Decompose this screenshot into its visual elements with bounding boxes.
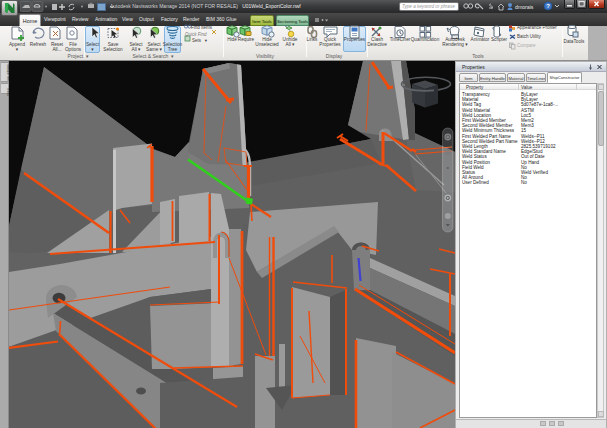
svg-text:?: ? xyxy=(546,3,550,9)
svg-text:Sets: Sets xyxy=(5,88,9,96)
svg-text:Selection Tree: Selection Tree xyxy=(5,64,9,81)
svg-text:dmorais: dmorais xyxy=(515,4,534,10)
